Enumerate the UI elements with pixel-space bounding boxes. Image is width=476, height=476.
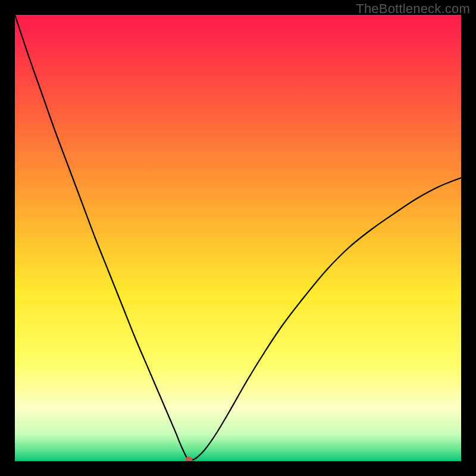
gradient-background [15,15,461,461]
chart-frame: TheBottleneck.com [0,0,476,476]
watermark-text: TheBottleneck.com [356,1,470,17]
plot-area [15,15,461,461]
chart-svg [15,15,461,461]
